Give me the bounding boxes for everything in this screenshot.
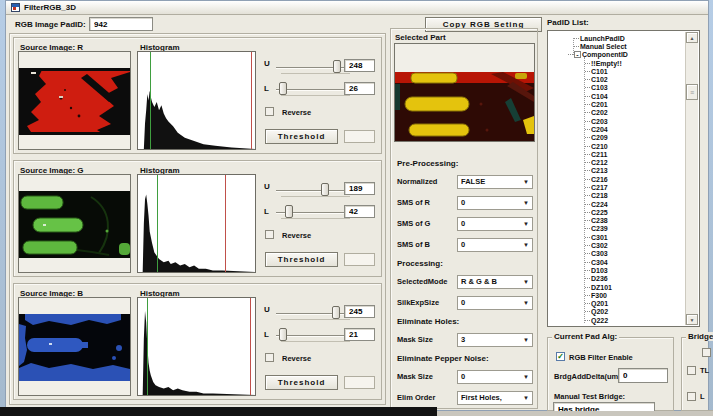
bridge-option[interactable]: TL <box>687 366 709 375</box>
param-dropdown[interactable]: FALSE ▼ <box>457 175 533 189</box>
scroll-up-icon[interactable]: ▲ <box>686 32 698 43</box>
reverse-checkbox-g[interactable] <box>265 230 274 239</box>
tree-item[interactable]: C213 <box>548 167 699 175</box>
bridge-delta-input[interactable] <box>618 368 668 383</box>
tree-item[interactable]: C238 <box>548 217 699 225</box>
u-value-input-r[interactable] <box>344 59 375 72</box>
tree-dash <box>585 104 590 105</box>
tree-item[interactable]: C203 <box>548 117 699 125</box>
tree-item[interactable]: C103 <box>548 84 699 92</box>
threshold-output-g <box>344 253 375 266</box>
param-dropdown[interactable]: 3 ▼ <box>457 333 533 347</box>
u-slider-g[interactable] <box>276 183 346 199</box>
param-row: SMS of B 0 ▼ <box>394 234 536 255</box>
u-value-input-b[interactable] <box>344 305 375 318</box>
slider-thumb[interactable] <box>332 306 340 319</box>
tree-connector <box>573 38 574 55</box>
slider-thumb[interactable] <box>333 60 341 73</box>
param-dropdown[interactable]: 0 ▼ <box>457 238 533 252</box>
bridge-checkbox[interactable] <box>702 348 711 357</box>
processing-panel: Selected Part <box>390 28 538 409</box>
bridge-option[interactable]: L <box>687 392 709 401</box>
tree-item[interactable]: F300 <box>548 291 699 299</box>
param-dropdown[interactable]: 0 ▼ <box>457 217 533 231</box>
l-slider-g[interactable] <box>276 205 346 221</box>
section-title: Processing: <box>397 259 443 268</box>
tree-item[interactable]: C224 <box>548 200 699 208</box>
tree-item[interactable]: C301 <box>548 233 699 241</box>
u-slider-r[interactable] <box>276 60 346 76</box>
tree-item[interactable]: D103 <box>548 266 699 274</box>
l-value-input-r[interactable] <box>344 82 375 95</box>
expander-icon[interactable]: - <box>574 51 581 58</box>
tree-item[interactable]: C303 <box>548 250 699 258</box>
tree-item[interactable]: C304 <box>548 258 699 266</box>
slider-thumb[interactable] <box>279 82 287 95</box>
screen: FilterRGB_3D RGB Image PadID: Copy RGB S… <box>0 0 713 416</box>
param-dropdown[interactable]: 0 ▼ <box>457 370 533 384</box>
tree-dash <box>585 195 590 196</box>
pad-id-input[interactable] <box>89 17 153 31</box>
rgb-filter-checkbox[interactable]: ✓ <box>556 352 565 361</box>
param-dropdown[interactable]: 0 ▼ <box>457 196 533 210</box>
tree-item[interactable]: C101 <box>548 67 699 75</box>
param-dropdown[interactable]: First Holes, ▼ <box>457 391 533 405</box>
bottom-gray-strip <box>437 411 713 416</box>
slider-thumb[interactable] <box>285 205 293 218</box>
tree-item[interactable]: - ComponentID <box>548 51 699 59</box>
tree-item[interactable]: !!Empty!! <box>548 59 699 67</box>
tree-dash <box>585 212 590 213</box>
tree-item[interactable]: LaunchPadID <box>548 34 699 42</box>
l-slider-b[interactable] <box>276 328 346 344</box>
slider-thumb[interactable] <box>321 183 329 196</box>
tree-item[interactable]: Q233 <box>548 324 699 327</box>
scrollbar-thumb[interactable]: ≡ <box>686 84 698 100</box>
upper-threshold-marker <box>250 298 251 395</box>
slider-thumb[interactable] <box>279 328 287 341</box>
tree-item[interactable]: C201 <box>548 100 699 108</box>
l-value-input-g[interactable] <box>344 205 375 218</box>
tree-item[interactable]: C211 <box>548 150 699 158</box>
tree-item[interactable]: C212 <box>548 158 699 166</box>
tree-item[interactable]: C210 <box>548 142 699 150</box>
tree-item[interactable]: Q202 <box>548 308 699 316</box>
tree-item[interactable]: C225 <box>548 208 699 216</box>
l-slider-r[interactable] <box>276 82 346 98</box>
threshold-output-r <box>344 130 375 143</box>
tree-item[interactable]: C218 <box>548 192 699 200</box>
param-row: Eliminate Holes: <box>394 313 536 329</box>
scroll-down-icon[interactable]: ▼ <box>686 314 698 325</box>
tree-item[interactable]: DZ101 <box>548 283 699 291</box>
checkbox-icon[interactable] <box>687 366 696 375</box>
l-value-input-b[interactable] <box>344 328 375 341</box>
title-bar[interactable]: FilterRGB_3D <box>6 1 708 15</box>
reverse-checkbox-r[interactable] <box>265 107 274 116</box>
checkbox-icon[interactable] <box>687 392 696 401</box>
padid-list-label: PadID List: <box>547 18 589 27</box>
tree-item[interactable]: C104 <box>548 92 699 100</box>
tree-item[interactable]: C102 <box>548 75 699 83</box>
tree-item[interactable]: Q222 <box>548 316 699 324</box>
threshold-button-r[interactable]: Threshold <box>265 129 338 144</box>
dropdown-arrow-icon: ▼ <box>523 179 529 185</box>
tree-item-label: !!Empty!! <box>591 60 622 67</box>
tree-item[interactable]: C204 <box>548 125 699 133</box>
param-dropdown[interactable]: 0 ▼ <box>457 296 533 310</box>
tree-item[interactable]: C216 <box>548 175 699 183</box>
u-slider-b[interactable] <box>276 306 346 322</box>
reverse-checkbox-b[interactable] <box>265 353 274 362</box>
tree-item[interactable]: D236 <box>548 275 699 283</box>
u-value-input-g[interactable] <box>344 182 375 195</box>
param-dropdown[interactable]: R & G & B ▼ <box>457 275 533 289</box>
bridge-options: TL L <box>687 366 709 416</box>
tree-scrollbar[interactable]: ▲ ≡ ▼ <box>685 32 698 325</box>
tree-item[interactable]: C217 <box>548 183 699 191</box>
tree-item[interactable]: C202 <box>548 109 699 117</box>
tree-item[interactable]: C209 <box>548 134 699 142</box>
threshold-button-b[interactable]: Threshold <box>265 375 338 390</box>
threshold-button-g[interactable]: Threshold <box>265 252 338 267</box>
tree-item[interactable]: Q201 <box>548 300 699 308</box>
tree-item[interactable]: Manual Select <box>548 42 699 50</box>
tree-item[interactable]: C239 <box>548 225 699 233</box>
tree-item[interactable]: C302 <box>548 241 699 249</box>
